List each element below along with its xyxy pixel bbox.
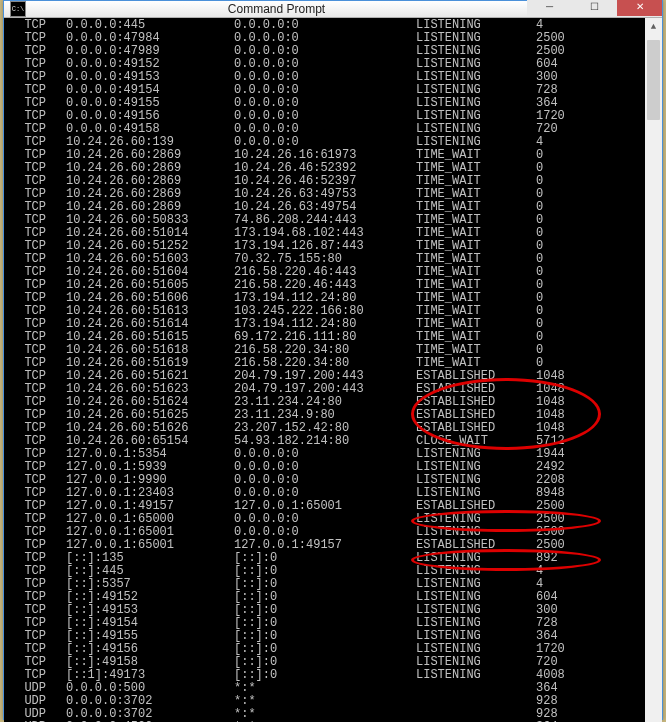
col-remote: *:*	[234, 682, 416, 695]
window-frame: C:\ Command Prompt ─ ☐ ✕ TCP0.0.0.0:4450…	[3, 0, 663, 720]
scroll-thumb[interactable]	[647, 40, 660, 120]
col-remote: [::]:0	[234, 669, 416, 682]
close-button[interactable]: ✕	[617, 0, 662, 16]
maximize-icon: ☐	[590, 1, 599, 12]
close-icon: ✕	[636, 1, 644, 12]
app-icon: C:\	[10, 1, 26, 17]
col-state: LISTENING	[416, 669, 536, 682]
col-remote: *:*	[234, 695, 416, 708]
titlebar[interactable]: C:\ Command Prompt ─ ☐ ✕	[4, 1, 662, 18]
vertical-scrollbar[interactable]: ▲ ▼	[645, 18, 662, 722]
scroll-up-icon[interactable]: ▲	[645, 18, 662, 35]
window-controls: ─ ☐ ✕	[527, 0, 662, 16]
console-area: TCP0.0.0.0:4450.0.0.0:0LISTENING4 TCP0.0…	[4, 18, 662, 722]
minimize-button[interactable]: ─	[527, 0, 572, 16]
console-output[interactable]: TCP0.0.0.0:4450.0.0.0:0LISTENING4 TCP0.0…	[4, 18, 645, 722]
window-title: Command Prompt	[26, 2, 527, 16]
col-remote: *:*	[234, 708, 416, 721]
minimize-icon: ─	[546, 1, 553, 12]
maximize-button[interactable]: ☐	[572, 0, 617, 16]
